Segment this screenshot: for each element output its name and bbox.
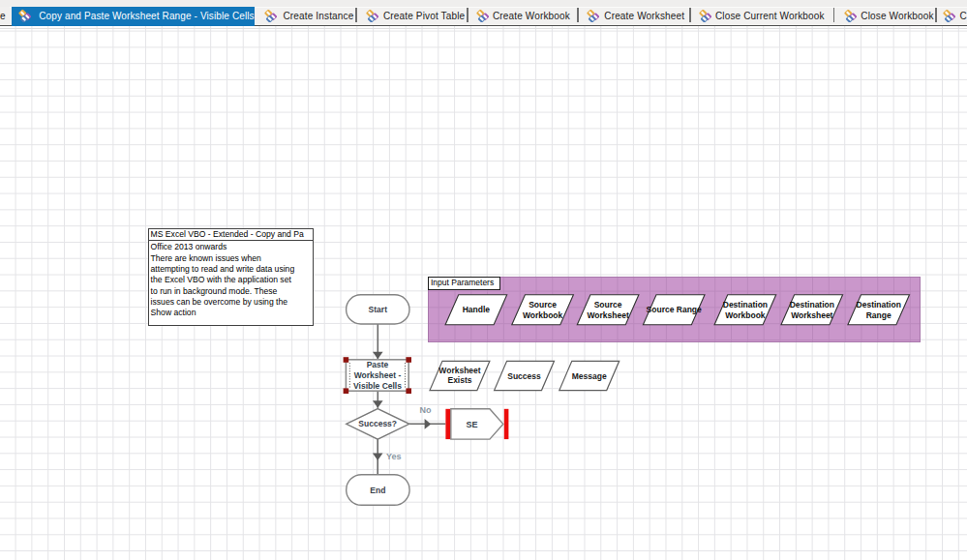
svg-text:Source Range: Source Range (647, 305, 702, 314)
svg-text:Paste: Paste (367, 360, 389, 369)
svg-text:Destination: Destination (857, 300, 901, 309)
svg-text:Source: Source (529, 300, 557, 309)
svg-text:No: No (420, 405, 432, 415)
svg-text:Yes: Yes (386, 452, 402, 461)
svg-text:Visible Cells: Visible Cells (353, 381, 402, 391)
svg-text:Workbook: Workbook (725, 310, 766, 320)
svg-text:Success?: Success? (358, 419, 397, 428)
svg-text:Destination: Destination (790, 300, 834, 309)
svg-text:SE: SE (466, 420, 477, 429)
svg-text:Success: Success (507, 371, 541, 381)
svg-text:End: End (370, 486, 385, 495)
svg-text:Range: Range (866, 310, 891, 320)
svg-text:Worksheet: Worksheet (587, 310, 628, 320)
svg-text:Workbook: Workbook (523, 310, 563, 320)
svg-text:Message: Message (572, 371, 607, 381)
svg-text:Exists: Exists (447, 375, 471, 385)
svg-text:Worksheet -: Worksheet - (354, 370, 402, 380)
svg-text:Worksheet: Worksheet (791, 310, 832, 320)
svg-text:Worksheet: Worksheet (438, 366, 480, 375)
svg-text:Handle: Handle (463, 305, 491, 314)
svg-text:Destination: Destination (723, 300, 768, 309)
svg-text:Source: Source (594, 300, 622, 309)
svg-text:Start: Start (369, 305, 388, 314)
